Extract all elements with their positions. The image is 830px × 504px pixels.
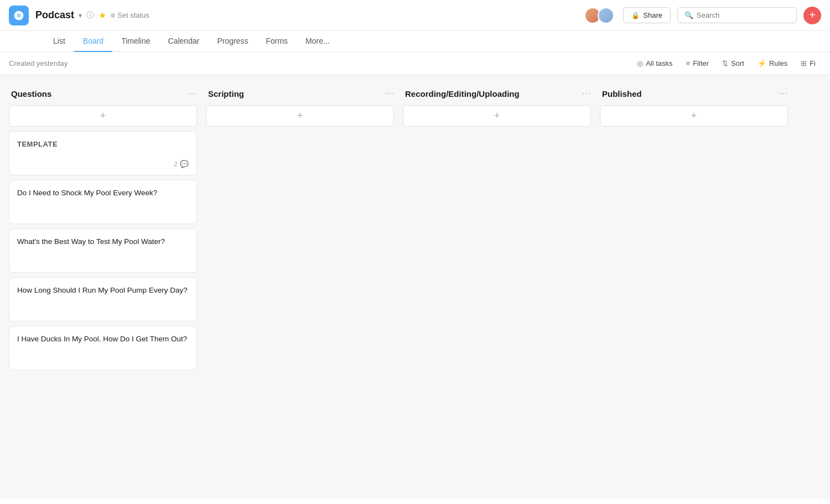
card-title: I Have Ducks In My Pool. How Do I Get Th… bbox=[17, 334, 189, 345]
info-icon[interactable]: ⓘ bbox=[86, 11, 94, 20]
column-menu-button[interactable]: ··· bbox=[779, 89, 788, 98]
column-title: Questions bbox=[11, 89, 51, 98]
column-header: Recording/Editing/Uploading ··· bbox=[403, 86, 591, 105]
comment-count-number: 2 bbox=[174, 160, 178, 168]
all-tasks-button[interactable]: ◎ All tasks bbox=[631, 56, 678, 70]
tab-more[interactable]: More... bbox=[297, 31, 339, 52]
board-content: Questions ··· +TEMPLATE 2 💬 Do I Need to… bbox=[0, 75, 830, 499]
column-scripting: Scripting ··· + bbox=[206, 86, 394, 131]
comment-icon: 💬 bbox=[180, 160, 189, 168]
rules-button[interactable]: ⚡ Rules bbox=[752, 56, 793, 70]
fi-button[interactable]: ⊞ Fi bbox=[795, 56, 821, 70]
comment-count: 2 💬 bbox=[174, 160, 189, 168]
task-card[interactable]: I Have Ducks In My Pool. How Do I Get Th… bbox=[9, 326, 197, 370]
lock-icon: 🔒 bbox=[631, 12, 640, 19]
created-label: Created yesterday bbox=[9, 59, 629, 67]
column-header: Scripting ··· bbox=[206, 86, 394, 105]
sort-label: Sort bbox=[731, 59, 744, 67]
column-menu-button[interactable]: ··· bbox=[385, 89, 394, 98]
tab-list[interactable]: List bbox=[44, 31, 74, 52]
add-card-button[interactable]: + bbox=[9, 105, 197, 127]
task-card[interactable]: What's the Best Way to Test My Pool Wate… bbox=[9, 228, 197, 273]
fi-icon: ⊞ bbox=[801, 59, 807, 67]
column-published: Published ··· + bbox=[600, 86, 788, 131]
project-title: Podcast bbox=[35, 9, 74, 21]
card-title: Do I Need to Shock My Pool Every Week? bbox=[17, 188, 189, 199]
share-label: Share bbox=[643, 11, 662, 19]
column-questions: Questions ··· +TEMPLATE 2 💬 Do I Need to… bbox=[9, 86, 197, 375]
card-footer: 2 💬 bbox=[17, 160, 189, 168]
app-icon[interactable] bbox=[9, 6, 29, 25]
set-status-label: Set status bbox=[117, 11, 149, 19]
column-header: Questions ··· bbox=[9, 86, 197, 105]
add-card-button[interactable]: + bbox=[600, 105, 788, 127]
sort-button[interactable]: ⇅ Sort bbox=[717, 56, 750, 70]
rules-label: Rules bbox=[769, 59, 787, 67]
toolbar-actions: ◎ All tasks ≡ Filter ⇅ Sort ⚡ Rules ⊞ Fi bbox=[631, 56, 821, 70]
tab-progress[interactable]: Progress bbox=[208, 31, 257, 52]
filter-label: Filter bbox=[693, 59, 709, 67]
create-button[interactable]: + bbox=[803, 7, 821, 24]
tab-calendar[interactable]: Calendar bbox=[159, 31, 209, 52]
circle-check-icon: ◎ bbox=[637, 59, 643, 67]
column-title: Published bbox=[602, 89, 642, 98]
sort-icon: ⇅ bbox=[722, 59, 728, 67]
star-icon[interactable]: ★ bbox=[98, 10, 106, 20]
status-dot bbox=[111, 13, 115, 18]
share-button[interactable]: 🔒 Share bbox=[623, 7, 671, 23]
column-title: Scripting bbox=[208, 89, 244, 98]
set-status-button[interactable]: Set status bbox=[111, 11, 149, 19]
fi-label: Fi bbox=[810, 59, 816, 67]
search-input[interactable] bbox=[697, 11, 790, 19]
task-card[interactable]: TEMPLATE 2 💬 bbox=[9, 131, 197, 175]
card-title: TEMPLATE bbox=[17, 139, 189, 149]
card-title: What's the Best Way to Test My Pool Wate… bbox=[17, 237, 189, 247]
tab-timeline[interactable]: Timeline bbox=[112, 31, 159, 52]
column-recording: Recording/Editing/Uploading ··· + bbox=[403, 86, 591, 131]
nav-tabs: List Board Timeline Calendar Progress Fo… bbox=[0, 31, 830, 52]
column-menu-button[interactable]: ··· bbox=[188, 89, 197, 98]
filter-icon: ≡ bbox=[686, 59, 691, 67]
search-icon: 🔍 bbox=[684, 11, 693, 19]
all-tasks-label: All tasks bbox=[646, 59, 672, 67]
card-title: How Long Should I Run My Pool Pump Every… bbox=[17, 285, 189, 296]
avatars-group bbox=[584, 7, 614, 24]
add-card-button[interactable]: + bbox=[403, 105, 591, 127]
tab-forms[interactable]: Forms bbox=[257, 31, 297, 52]
column-title: Recording/Editing/Uploading bbox=[405, 89, 520, 98]
task-card[interactable]: Do I Need to Shock My Pool Every Week? bbox=[9, 180, 197, 224]
column-menu-button[interactable]: ··· bbox=[582, 89, 591, 98]
column-header: Published ··· bbox=[600, 86, 788, 105]
toolbar: Created yesterday ◎ All tasks ≡ Filter ⇅… bbox=[0, 52, 830, 75]
lightning-icon: ⚡ bbox=[758, 59, 766, 67]
project-title-area: Podcast ▾ ⓘ ★ Set status bbox=[35, 9, 149, 21]
tab-board[interactable]: Board bbox=[74, 31, 112, 52]
top-bar: Podcast ▾ ⓘ ★ Set status 🔒 Share 🔍 + bbox=[0, 0, 830, 31]
search-bar[interactable]: 🔍 bbox=[677, 7, 797, 23]
chevron-down-icon[interactable]: ▾ bbox=[79, 12, 82, 19]
task-card[interactable]: How Long Should I Run My Pool Pump Every… bbox=[9, 277, 197, 321]
avatar bbox=[598, 7, 614, 24]
filter-button[interactable]: ≡ Filter bbox=[681, 56, 714, 70]
add-card-button[interactable]: + bbox=[206, 105, 394, 127]
